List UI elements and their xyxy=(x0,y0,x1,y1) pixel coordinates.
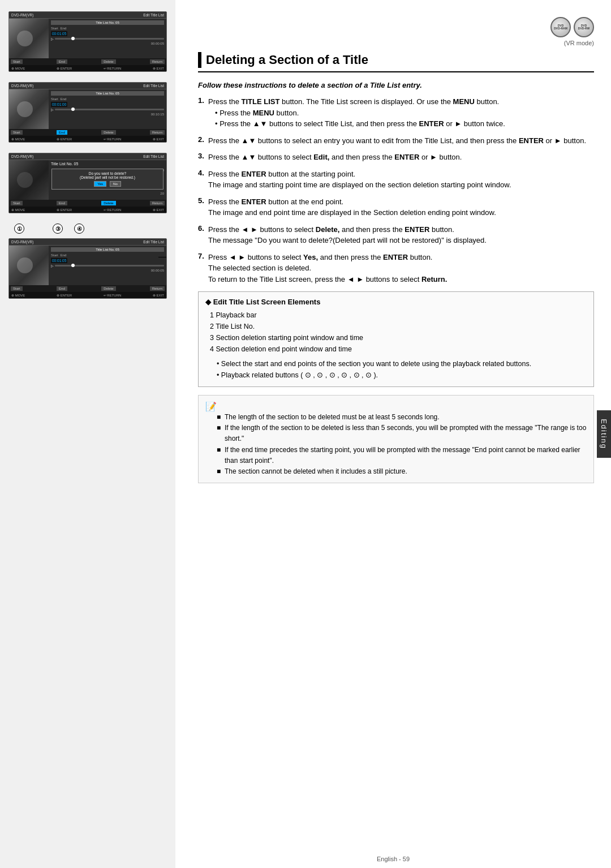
note-3: If the end time precedes the starting po… xyxy=(217,445,587,466)
screen-1-btn-start: Start xyxy=(11,59,23,64)
screen-4-timecode2: 00:00:05 xyxy=(151,269,164,272)
step-7-content: Press ◄ ► buttons to select Yes, and the… xyxy=(208,252,594,285)
progress-track-2 xyxy=(55,109,164,110)
step-7: 7. Press ◄ ► buttons to select Yes, and … xyxy=(198,252,594,285)
screen-3-title-bar: Title List No. 05 xyxy=(51,162,164,166)
screen-4-buttons: Start End Delete Return xyxy=(9,285,166,292)
step-5: 5. Press the ENTER button at the end poi… xyxy=(198,196,594,218)
step-2-content: Press the ▲▼ buttons to select an entry … xyxy=(208,135,594,147)
screen-2-buttons: Start End Delete Return xyxy=(9,129,166,136)
screen-1-timecode2: 00:00:05 xyxy=(151,42,164,45)
screen-2-timecode2: 00:10:15 xyxy=(151,113,164,116)
screen-4-timecode1: 00:01:05 xyxy=(51,258,67,263)
step-3-bold-1: Edit, xyxy=(313,153,329,161)
screen-1-title-bar: Title List No. 05 xyxy=(51,20,164,25)
callout-row: ① ③ ④ xyxy=(14,224,167,234)
screen-2-start-end: Start End xyxy=(51,97,164,101)
dialog-buttons: Yes No xyxy=(54,181,161,187)
screen-1-nav-return: ↩ RETURN xyxy=(104,66,122,70)
screen-2-end-label: End xyxy=(61,97,67,101)
screen-3-btn-return: Return xyxy=(150,201,165,205)
vr-mode-label: (VR mode) xyxy=(198,40,594,46)
element-2: 2 Title List No. xyxy=(210,321,587,332)
elements-list: 1 Playback bar 2 Title List No. 3 Sectio… xyxy=(205,310,587,355)
screen-2-header-right: Edit Title List xyxy=(143,84,164,88)
edit-title-section-title: Edit Title List Screen Elements xyxy=(205,298,587,306)
callout-3: ③ xyxy=(53,224,63,234)
screen-1-image xyxy=(9,19,49,58)
callout-4: ④ xyxy=(74,224,84,234)
screen-4-title-bar: Title List No. 05 xyxy=(51,247,164,252)
dvd-icons-area: DVD DVD-RAM DVD DVD-RW xyxy=(198,17,594,37)
step-5-bold: ENTER xyxy=(242,197,266,206)
dvd-rw-icon: DVD DVD-RW xyxy=(574,17,594,37)
dvd-screen-2: DVD-RM(VR) Edit Title List Title List No… xyxy=(8,82,167,143)
step-5-num: 5. xyxy=(198,196,208,205)
screen-2-start-label: Start xyxy=(51,97,58,101)
screen-2-btn-end: End xyxy=(57,130,67,135)
screen-2-progress: ▷ xyxy=(51,108,164,111)
step-4: 4. Press the ENTER button at the startin… xyxy=(198,169,594,191)
screen-3-timecode-bot: 20 xyxy=(160,192,164,195)
step-3: 3. Press the ▲▼ buttons to select Edit, … xyxy=(198,152,594,163)
screen-1-body: Title List No. 05 Start End 00:01:05 ▷ 0… xyxy=(9,19,166,58)
edit-title-section-box: Edit Title List Screen Elements 1 Playba… xyxy=(198,291,594,387)
screen-3-nav-return: ↩ RETURN xyxy=(104,208,122,212)
step-5-content: Press the ENTER button at the end point.… xyxy=(208,196,594,218)
progress-thumb-4 xyxy=(71,264,75,267)
progress-track-4 xyxy=(55,265,164,267)
left-panel: DVD-RM(VR) Edit Title List Title List No… xyxy=(0,0,175,868)
intro-text: Follow these instructions to delete a se… xyxy=(198,81,594,89)
element-bullet-1: Select the start and end points of the s… xyxy=(210,358,587,369)
screen-1-btn-delete: Delete xyxy=(101,59,115,64)
step-7-bold-1: Yes, xyxy=(303,253,318,261)
screen-4-nav: ⊕ MOVE ⊕ ENTER ↩ RETURN ⊗ EXIT xyxy=(9,292,166,298)
note-icon: 📝 xyxy=(205,402,217,411)
screen-4-info: Title List No. 05 Start End 00:01:05 ▷ 0… xyxy=(49,246,166,285)
dvd-ram-icon: DVD DVD-RAM xyxy=(550,17,571,37)
element-4: 4 Section deletion end point window and … xyxy=(210,343,587,355)
screen-4-progress: ▷ xyxy=(51,264,164,268)
step-1-sub2-bold: ENTER xyxy=(419,119,444,128)
screen-1-header: DVD-RM(VR) Edit Title List xyxy=(9,12,166,19)
screen-1-start-end: Start End xyxy=(51,27,164,30)
screen-2-thumb xyxy=(9,89,49,129)
element-bullet-2: Playback related buttons ( ⊙ , ⊙ , ⊙ , ⊙… xyxy=(210,369,587,381)
step-1-bold-2: MENU xyxy=(453,97,475,106)
screen-4-header-right: Edit Title List xyxy=(143,240,164,244)
step-1-sub-1: Press the MENU button. xyxy=(215,108,594,119)
step-1-sub1-bold: MENU xyxy=(253,109,274,117)
step-7-bold-2: ENTER xyxy=(383,253,408,261)
screen-4-btn-start: Start xyxy=(11,286,23,291)
screen-4-btn-delete: Delete xyxy=(101,286,115,291)
screen-2-header-left: DVD-RM(VR) xyxy=(11,84,33,88)
screen-3-btn-end: End xyxy=(57,201,67,205)
screen-1-thumb xyxy=(9,19,49,58)
screen-4-thumb xyxy=(9,246,49,285)
screen-1-nav-enter: ⊕ ENTER xyxy=(57,66,72,70)
step-1-bold-1: TITLE LIST xyxy=(242,97,280,106)
screen-1-info: Title List No. 05 Start End 00:01:05 ▷ 0… xyxy=(49,19,166,58)
screen-4-start-label: Start xyxy=(51,253,58,257)
screen-3-buttons: Start End Delete Return xyxy=(9,200,166,207)
screen-3-nav: ⊕ MOVE ⊕ ENTER ↩ RETURN ⊗ EXIT xyxy=(9,207,166,213)
step-6-content: Press the ◄ ► buttons to select Delete, … xyxy=(208,224,594,246)
screen-1-header-left: DVD-RM(VR) xyxy=(11,13,33,17)
screen-4-header: DVD-RM(VR) Edit Title List xyxy=(9,239,166,246)
page-container: DVD-RM(VR) Edit Title List Title List No… xyxy=(0,0,611,868)
step-7-num: 7. xyxy=(198,252,208,260)
screen-3-header-right: Edit Title List xyxy=(143,154,164,158)
screen-3-thumb xyxy=(9,160,49,200)
screen-1-btn-end: End xyxy=(57,59,67,64)
screen-1-nav-move: ⊕ MOVE xyxy=(11,66,25,70)
screen-4-header-left: DVD-RM(VR) xyxy=(11,240,33,244)
screen-4-btn-return: Return xyxy=(150,286,165,291)
screen-3-btn-start: Start xyxy=(11,201,23,205)
screen-2-btn-start: Start xyxy=(11,130,23,135)
screen-4-start-end: Start End xyxy=(51,253,164,257)
step-3-bold-2: ENTER xyxy=(394,153,419,161)
screen-2-nav-return: ↩ RETURN xyxy=(104,137,122,141)
screen-1-end-label: End xyxy=(61,27,67,30)
element-3: 3 Section deletion starting point window… xyxy=(210,332,587,343)
screen-1-buttons: Start End Delete Return xyxy=(9,58,166,65)
